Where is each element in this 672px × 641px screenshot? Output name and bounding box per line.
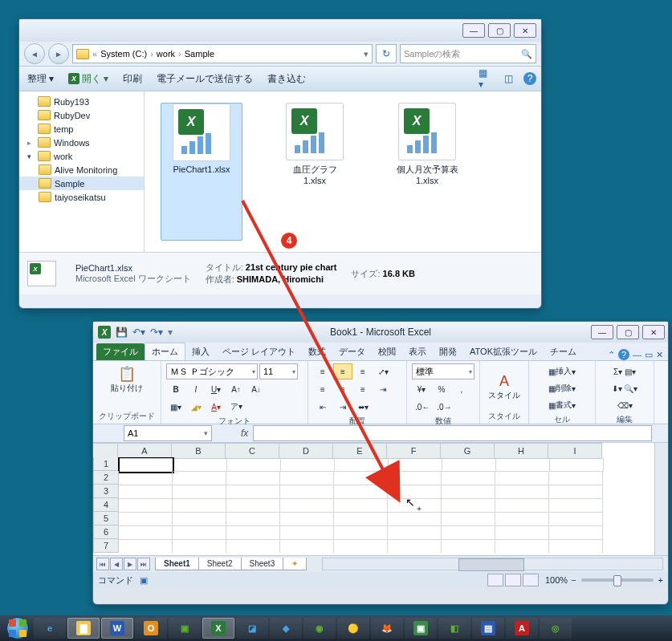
cell[interactable] [388,539,442,553]
row-header[interactable]: 3 [93,485,119,498]
help-button[interactable]: ? [523,72,536,85]
col-header[interactable]: C [226,443,279,459]
cell[interactable] [119,539,173,553]
decrease-decimal-button[interactable]: .0→ [434,399,454,415]
view-menu[interactable]: ▦ ▾ [479,71,493,86]
redo-icon[interactable]: ↷▾ [150,327,163,338]
cell[interactable] [549,498,603,513]
align-middle-button[interactable]: ≡ [333,363,352,379]
file-item-budget[interactable]: X 個人月次予算表 1.xlsx [387,103,467,241]
increase-indent-button[interactable]: ⇥ [333,399,352,415]
taskbar-app8[interactable]: ◎ [540,618,572,639]
organize-menu[interactable]: 整理 ▾ [24,71,57,87]
cell[interactable] [119,498,173,513]
taskbar-app5[interactable]: ▣ [405,618,437,639]
cell[interactable] [281,457,335,472]
cell[interactable] [227,457,281,472]
cell[interactable] [226,498,280,513]
back-button[interactable]: ◄ [24,43,45,64]
taskbar-app7[interactable]: ▤ [472,618,504,639]
cell[interactable] [280,525,334,540]
col-header[interactable]: B [172,443,226,459]
wrap-text-button[interactable]: ⇥ [373,381,393,397]
new-sheet-button[interactable]: ✦ [283,558,307,570]
italic-button[interactable]: I [186,381,206,397]
email-button[interactable]: 電子メールで送信する [153,71,256,87]
select-all-corner[interactable] [93,443,118,459]
cell[interactable] [495,525,549,540]
grid-rows[interactable]: 1 2 3 4 5 6 7 [93,457,654,553]
file-item-bp[interactable]: X 血圧グラフ 1.xlsx [275,103,355,241]
breadcrumb-root[interactable]: « [92,49,97,59]
currency-button[interactable]: ¥▾ [412,381,431,397]
paste-button[interactable]: 📋貼り付け [108,363,146,396]
folder-tree[interactable]: Ruby193 RubyDev temp ▸Windows ▾work Aliv… [19,91,145,252]
align-bottom-button[interactable]: ≡ [353,363,373,379]
format-cells-button[interactable]: ▦ 書式 ▾ [534,397,590,413]
vertical-scrollbar[interactable] [654,443,668,555]
normal-view-button[interactable] [487,574,503,586]
row-header[interactable]: 1 [93,457,119,471]
taskbar-word[interactable]: W [101,618,133,639]
cell[interactable] [549,471,603,485]
bold-button[interactable]: B [166,381,185,397]
cell[interactable] [334,512,388,526]
cell[interactable] [334,485,388,499]
cell[interactable] [334,539,388,553]
open-button[interactable]: X 開く ▾ [65,71,112,87]
cell[interactable] [549,525,603,540]
fill-color-button[interactable]: ◢▾ [186,399,206,415]
styles-button[interactable]: Aスタイル [485,371,523,403]
tab-layout[interactable]: ページ レイアウト [216,343,302,360]
cell[interactable] [495,539,549,553]
zoom-slider[interactable] [581,578,654,582]
close-button[interactable]: ✕ [642,325,665,339]
file-item-piechart[interactable]: X PieChart1.xlsx [161,103,242,241]
workbook-minimize-icon[interactable]: — [633,350,641,359]
breadcrumb[interactable]: « System (C:)› work› Sample ▾ [72,44,373,63]
row-header[interactable]: 4 [93,498,119,512]
percent-button[interactable]: % [432,381,451,397]
minimize-button[interactable]: — [462,23,485,38]
start-button[interactable] [3,617,32,639]
breadcrumb-drive[interactable]: System (C:) [100,49,147,59]
tab-dev[interactable]: 開発 [433,343,463,360]
tree-item-windows[interactable]: ▸Windows [19,136,144,149]
cell[interactable] [442,525,495,540]
name-box[interactable]: A1▾ [124,425,212,441]
sheet-tab-3[interactable]: Sheet3 [241,558,284,570]
font-size-select[interactable]: 11 [259,363,298,379]
tab-file[interactable]: ファイル [96,343,145,360]
cell[interactable] [442,485,495,499]
cell[interactable] [335,457,389,472]
cell[interactable] [173,498,226,513]
file-list[interactable]: X PieChart1.xlsx X 血圧グラフ 1.xlsx X 個人月次予算… [145,91,541,252]
formula-input[interactable] [253,425,652,441]
taskbar-firefox[interactable]: 🦊 [371,618,403,639]
tab-data[interactable]: データ [332,343,372,360]
align-right-button[interactable]: ≡ [353,381,373,397]
taskbar-excel[interactable]: X [202,618,234,639]
excel-icon[interactable]: X [98,326,111,339]
col-header[interactable]: F [387,443,441,459]
cell[interactable] [496,457,550,472]
cell[interactable] [388,471,442,485]
cell[interactable] [173,539,226,553]
cell[interactable] [442,512,495,526]
qat-dropdown-icon[interactable]: ▾ [168,327,173,338]
cell[interactable] [119,525,173,540]
sheet-first-button[interactable]: ⏮ [96,558,109,570]
taskbar-explorer[interactable]: ▇ [67,618,100,639]
zoom-in-button[interactable]: + [658,575,663,585]
cell[interactable] [442,471,495,485]
align-left-button[interactable]: ≡ [313,381,332,397]
burn-button[interactable]: 書き込む [264,71,309,87]
taskbar-app2[interactable]: ◪ [236,618,268,639]
tree-item-taiyo[interactable]: taiyoseikatsu [19,190,144,204]
number-format-select[interactable]: 標準 [412,363,474,379]
tree-item-work[interactable]: ▾work [19,149,144,163]
workbook-restore-icon[interactable]: ▭ [645,350,653,360]
tab-team[interactable]: チーム [544,343,583,360]
col-header[interactable]: I [548,443,602,459]
align-center-button[interactable]: ≡ [333,381,352,397]
